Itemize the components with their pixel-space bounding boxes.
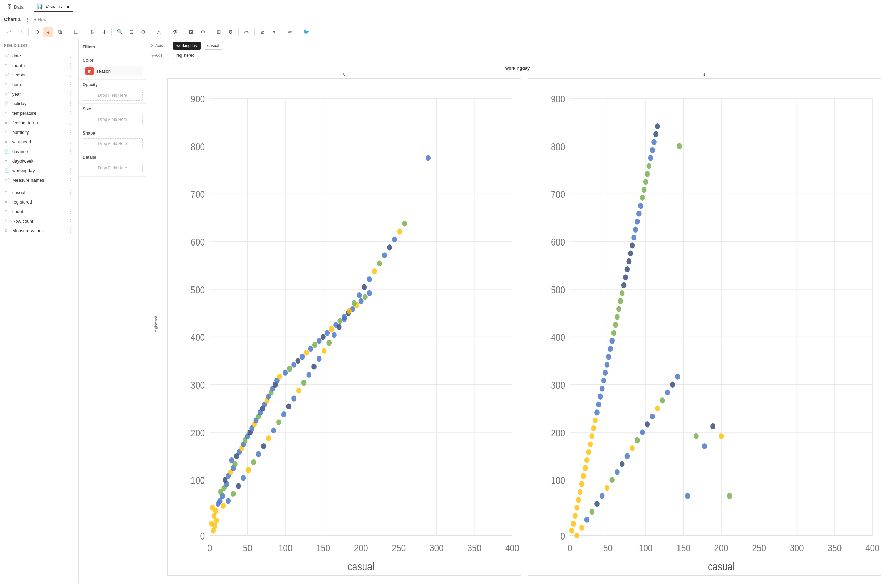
scatter-panel-0: 0 xyxy=(167,72,521,576)
new-button[interactable]: + New xyxy=(34,17,47,22)
svg-point-85 xyxy=(312,342,318,348)
field-more-temperature[interactable]: ⋮ xyxy=(67,110,74,117)
pencil-button[interactable]: ✏ xyxy=(285,27,295,37)
svg-text:0: 0 xyxy=(200,531,205,542)
field-more-casual[interactable]: ⋮ xyxy=(67,189,74,196)
image-button[interactable]: 🖼 xyxy=(186,27,196,37)
details-drop-zone[interactable]: Drop Field Here xyxy=(83,162,143,174)
svg-point-236 xyxy=(614,469,620,475)
svg-point-111 xyxy=(281,411,286,417)
table-button[interactable]: ⊞ xyxy=(214,27,224,37)
star-button[interactable]: ✦ xyxy=(269,27,279,37)
field-more-season[interactable]: ⋮ xyxy=(67,72,74,78)
mark-button[interactable]: ● xyxy=(44,27,53,37)
svg-point-87 xyxy=(321,334,326,340)
field-item-temperature[interactable]: # temperature ⋮ xyxy=(2,109,77,118)
copy-button[interactable]: ❐ xyxy=(71,27,81,37)
field-more-humidity[interactable]: ⋮ xyxy=(67,129,74,135)
color-delete-icon[interactable]: 🗑 xyxy=(86,67,94,75)
undo-button[interactable]: ↩ xyxy=(4,27,14,37)
connect-button[interactable]: ⌀ xyxy=(258,27,267,37)
wand-button[interactable]: ⚗ xyxy=(170,27,180,37)
field-more-holiday[interactable]: ⋮ xyxy=(67,100,74,107)
svg-point-196 xyxy=(603,370,608,376)
field-name-row-count: Row count xyxy=(12,219,67,224)
chart-main-title: workingday xyxy=(154,66,881,70)
field-item-year[interactable]: 📄 year ⋮ xyxy=(2,90,77,99)
svg-text:500: 500 xyxy=(551,285,565,296)
triangle-button[interactable]: △ xyxy=(154,27,164,37)
field-item-holiday[interactable]: 📄 holiday ⋮ xyxy=(2,99,77,108)
color-field-label: season xyxy=(96,69,111,74)
field-item-season[interactable]: 📄 season ⋮ xyxy=(2,70,77,80)
opacity-drop-zone[interactable]: Drop Field Here xyxy=(83,90,143,101)
svg-point-130 xyxy=(377,261,382,266)
cube-button[interactable]: ⬡ xyxy=(32,27,41,37)
image-settings-button[interactable]: ⚙ xyxy=(198,27,208,37)
field-item-dayofweek[interactable]: # dayofweek ⋮ xyxy=(2,156,77,166)
y-axis-chip-registered[interactable]: registered xyxy=(173,51,198,59)
svg-point-136 xyxy=(426,155,430,161)
field-item-row-count[interactable]: # Row count ⋮ xyxy=(2,216,77,226)
svg-point-109 xyxy=(271,427,276,433)
field-item-workingday[interactable]: 📄 workingday ⋮ xyxy=(2,166,77,175)
year-icon: 📄 xyxy=(5,92,11,96)
settings-button[interactable]: ⚙ xyxy=(138,27,147,37)
field-item-hour[interactable]: # hour ⋮ xyxy=(2,80,77,89)
field-more-measure-names[interactable]: ⋮ xyxy=(67,177,74,183)
svg-text:400: 400 xyxy=(191,332,205,343)
field-item-measure-names[interactable]: 📄 Measure names ⋮ xyxy=(2,176,77,185)
svg-point-254 xyxy=(677,143,682,149)
shape-drop-zone[interactable]: Drop Field Here xyxy=(83,138,143,149)
sort-desc-button[interactable]: ⇵ xyxy=(99,27,108,37)
field-item-registered[interactable]: # registered ⋮ xyxy=(2,197,77,207)
field-more-month[interactable]: ⋮ xyxy=(67,62,74,69)
field-item-daytime[interactable]: 📄 daytime ⋮ xyxy=(2,147,77,156)
field-more-dayofweek[interactable]: ⋮ xyxy=(67,158,74,164)
field-more-count[interactable]: ⋮ xyxy=(67,208,74,215)
svg-text:100: 100 xyxy=(551,475,565,486)
x-axis-chip-casual[interactable]: casual xyxy=(204,42,223,50)
color-label: Color xyxy=(83,58,143,63)
nav-item-visualization[interactable]: 📊 Visualization xyxy=(34,2,73,12)
field-more-feeling-temp[interactable]: ⋮ xyxy=(67,120,74,126)
field-name-workingday: workingday xyxy=(12,168,67,173)
redo-button[interactable]: ↪ xyxy=(16,27,25,37)
field-item-winspeed[interactable]: # winspeed ⋮ xyxy=(2,137,77,147)
svg-point-44 xyxy=(210,505,215,510)
nav-item-data[interactable]: 🗄 Data xyxy=(4,3,26,11)
code-button[interactable]: </> xyxy=(242,27,251,37)
field-item-measure-values[interactable]: # Measure values ⋮ xyxy=(2,226,77,235)
field-more-hour[interactable]: ⋮ xyxy=(67,81,74,88)
field-more-workingday[interactable]: ⋮ xyxy=(67,167,74,174)
field-more-row-count[interactable]: ⋮ xyxy=(67,218,74,224)
field-item-casual[interactable]: # casual ⋮ xyxy=(2,188,77,197)
field-item-feeling-temp[interactable]: # feeling_temp ⋮ xyxy=(2,118,77,128)
field-item-humidity[interactable]: # humidity ⋮ xyxy=(2,128,77,137)
layers-button[interactable]: ⧉ xyxy=(55,27,65,37)
sort-asc-button[interactable]: ⇅ xyxy=(87,27,97,37)
svg-point-220 xyxy=(643,179,649,185)
svg-point-113 xyxy=(291,395,297,401)
bird-button[interactable]: 🐦 xyxy=(301,27,311,37)
color-chip[interactable]: 🗑 season xyxy=(83,66,143,76)
gear-button[interactable]: ⚙ xyxy=(226,27,235,37)
svg-point-56 xyxy=(229,457,234,463)
zoom-out-button[interactable]: 🔍 xyxy=(115,27,124,37)
field-more-registered[interactable]: ⋮ xyxy=(67,199,74,205)
field-more-winspeed[interactable]: ⋮ xyxy=(67,139,74,145)
zoom-rect-button[interactable]: ⊡ xyxy=(126,27,136,37)
field-item-count[interactable]: # count ⋮ xyxy=(2,207,77,216)
field-more-measure-values[interactable]: ⋮ xyxy=(67,227,74,234)
field-more-daytime[interactable]: ⋮ xyxy=(67,148,74,154)
field-more-date[interactable]: ⋮ xyxy=(67,52,74,59)
x-axis-chip-workingday[interactable]: workingday xyxy=(173,42,201,50)
svg-point-101 xyxy=(231,491,236,497)
svg-point-253 xyxy=(727,493,732,498)
field-item-date[interactable]: 📄 date ⋮ xyxy=(2,51,77,60)
field-name-holiday: holiday xyxy=(12,101,67,106)
field-more-year[interactable]: ⋮ xyxy=(67,91,74,98)
field-item-month[interactable]: # month ⋮ xyxy=(2,61,77,70)
size-drop-zone[interactable]: Drop Field Here xyxy=(83,114,143,125)
svg-point-96 xyxy=(358,298,364,304)
